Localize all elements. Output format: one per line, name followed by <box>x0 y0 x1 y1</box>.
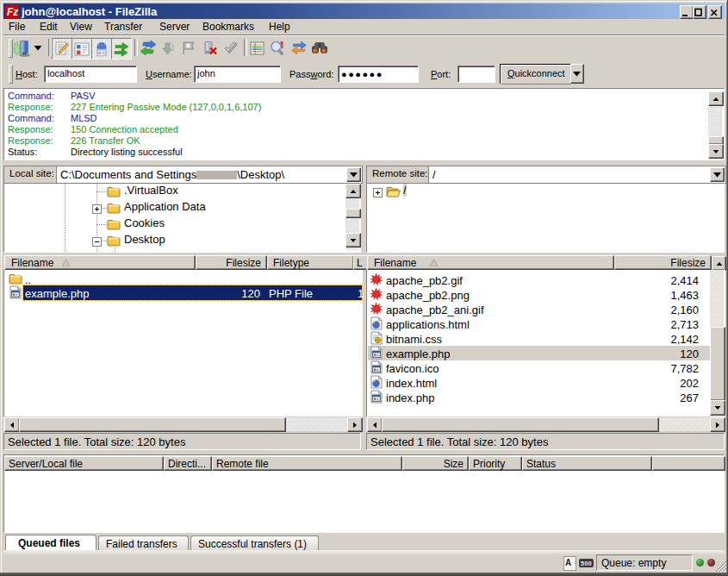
svg-text:Fz: Fz <box>7 6 18 18</box>
